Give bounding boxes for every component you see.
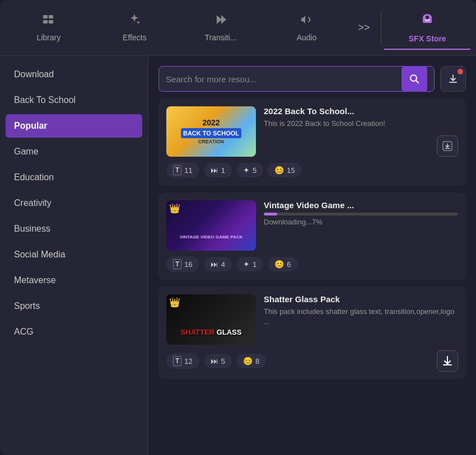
- sidebar-item-creativity[interactable]: Creativity: [0, 190, 148, 216]
- search-icon: [409, 74, 419, 84]
- progress-area: Downloading...7%: [264, 213, 458, 226]
- search-input[interactable]: [166, 74, 402, 84]
- content-area: 2022 BACK TO SCHOOL CREATION 2022 Back T…: [148, 56, 476, 455]
- nav-item-audio[interactable]: Audio: [264, 7, 350, 49]
- stats-row-3: T 12 ⏭ 5 😊 8: [166, 350, 458, 372]
- sidebar-item-social-media[interactable]: Social Media: [0, 242, 148, 268]
- sidebar-label-business: Business: [14, 224, 50, 233]
- sidebar-label-creativity: Creativity: [14, 198, 52, 208]
- stat-emoji-3: 😊 8: [236, 354, 266, 368]
- nav-item-library[interactable]: Library: [6, 7, 92, 49]
- card-back-to-school: 2022 BACK TO SCHOOL CREATION 2022 Back T…: [158, 98, 466, 186]
- nav-item-sfx-store[interactable]: SFX Store: [384, 6, 470, 50]
- stat-icon-text: T: [173, 165, 181, 175]
- sidebar-item-education[interactable]: Education: [0, 165, 148, 190]
- card-download-button-1[interactable]: [437, 135, 458, 157]
- card-thumbnail-bts: 2022 BACK TO SCHOOL CREATION: [166, 106, 256, 157]
- stat-icon-effect-2: ✦: [243, 260, 250, 269]
- card-info: 2022 Back To School... This is 2022 Back…: [264, 106, 429, 129]
- sidebar: Download Back To School Popular Game Edu…: [0, 56, 148, 455]
- stat-icon-effect-1: ✦: [243, 166, 250, 175]
- card-thumbnail-sg: 👑 SHATTER GLASS: [166, 294, 256, 345]
- sidebar-label-sports: Sports: [14, 301, 40, 311]
- stat-transition-1: ⏭ 1: [204, 163, 232, 177]
- svg-rect-11: [449, 82, 457, 83]
- svg-marker-4: [217, 15, 222, 24]
- stat-emoji-1: 😊 15: [268, 163, 301, 177]
- stats-row-2: T 16 ⏭ 4 ✦ 1 😊 6: [166, 256, 458, 272]
- card-info-3: Shatter Glass Pack This pack includes sh…: [264, 294, 458, 327]
- progress-bar-fill: [264, 213, 277, 215]
- stat-value-emoji-1: 15: [287, 166, 295, 175]
- nav-label-sfx-store: SFX Store: [409, 34, 446, 43]
- stat-text-3: T 12: [166, 353, 199, 369]
- progress-text: Downloading...7%: [264, 218, 458, 226]
- sidebar-item-acg[interactable]: ACG: [0, 319, 148, 345]
- transitions-icon: [214, 13, 227, 30]
- card-title-2: Vintage Video Game ...: [264, 200, 458, 210]
- nav-divider: [381, 11, 381, 45]
- stat-value-effect-2: 1: [253, 260, 256, 269]
- sidebar-label-popular: Popular: [14, 121, 48, 130]
- card-download-button-3[interactable]: [437, 350, 458, 372]
- download-queue-button[interactable]: [440, 66, 466, 92]
- top-nav: Library Effects Transiti...: [0, 0, 476, 56]
- stat-icon-emoji-3: 😊: [243, 357, 253, 365]
- stat-icon-text-3: T: [173, 356, 181, 366]
- stat-value-text-2: 16: [184, 260, 192, 269]
- sidebar-label-social-media: Social Media: [14, 250, 66, 259]
- download-queue-icon: [447, 73, 459, 85]
- library-icon: [42, 13, 55, 30]
- sidebar-label-acg: ACG: [14, 327, 34, 336]
- stat-icon-emoji-1: 😊: [274, 166, 284, 175]
- card-top-2: 👑 VINTAGE VIDEO GAME PACK Vintage Video …: [166, 200, 458, 251]
- sidebar-item-metaverse[interactable]: Metaverse: [0, 268, 148, 293]
- svg-line-10: [416, 81, 419, 83]
- sfx-store-icon: [419, 12, 435, 31]
- card-top-3: 👑 SHATTER GLASS Shatter Glass Pack This …: [166, 294, 458, 345]
- stat-value-transition-3: 5: [221, 357, 225, 365]
- nav-item-effects[interactable]: Effects: [92, 7, 178, 49]
- nav-more-button[interactable]: >>: [349, 16, 378, 39]
- sidebar-item-back-to-school[interactable]: Back To School: [0, 87, 148, 113]
- sidebar-item-popular[interactable]: Popular: [6, 114, 142, 138]
- stat-transition-2: ⏭ 4: [204, 257, 232, 271]
- nav-label-audio: Audio: [297, 33, 317, 42]
- nav-label-effects: Effects: [123, 33, 147, 42]
- stat-icon-transition-2: ⏭: [211, 260, 218, 269]
- stat-icon-text-2: T: [173, 259, 181, 269]
- svg-rect-3: [49, 20, 53, 24]
- search-wrapper: [158, 66, 435, 92]
- card-thumbnail-vvg: 👑 VINTAGE VIDEO GAME PACK: [166, 200, 256, 251]
- sidebar-item-download[interactable]: Download: [0, 62, 148, 87]
- card-download-icon-3: [441, 355, 454, 367]
- nav-label-library: Library: [36, 33, 60, 42]
- stat-transition-3: ⏭ 5: [204, 354, 232, 368]
- audio-icon: [300, 13, 314, 30]
- sidebar-item-business[interactable]: Business: [0, 216, 148, 242]
- sidebar-label-back-to-school: Back To School: [14, 95, 76, 105]
- notification-dot: [458, 69, 463, 74]
- nav-label-transitions: Transiti...: [204, 33, 236, 42]
- stat-effect-2: ✦ 1: [236, 257, 263, 271]
- stat-effect-1: ✦ 5: [236, 163, 263, 177]
- sidebar-item-game[interactable]: Game: [0, 139, 148, 165]
- stat-value-text-1: 11: [184, 166, 192, 175]
- stat-value-transition-2: 4: [221, 260, 225, 269]
- sidebar-item-sports[interactable]: Sports: [0, 293, 148, 319]
- effects-icon: [128, 13, 141, 30]
- stat-icon-transition-3: ⏭: [211, 357, 218, 365]
- nav-item-transitions[interactable]: Transiti...: [178, 7, 264, 49]
- card-desc-3: This pack includes shatter glass text, t…: [264, 307, 458, 327]
- card-download-icon-1: [442, 140, 453, 152]
- svg-point-8: [426, 16, 429, 19]
- sidebar-label-metaverse: Metaverse: [14, 275, 56, 285]
- stat-text-2: T 16: [166, 256, 199, 272]
- svg-rect-2: [43, 20, 48, 24]
- progress-bar-bg: [264, 213, 458, 215]
- stat-icon-emoji-2: 😊: [274, 260, 284, 269]
- stat-value-transition-1: 1: [221, 166, 225, 175]
- search-button[interactable]: [402, 66, 427, 92]
- app-container: Library Effects Transiti...: [0, 0, 476, 455]
- svg-rect-14: [443, 364, 452, 365]
